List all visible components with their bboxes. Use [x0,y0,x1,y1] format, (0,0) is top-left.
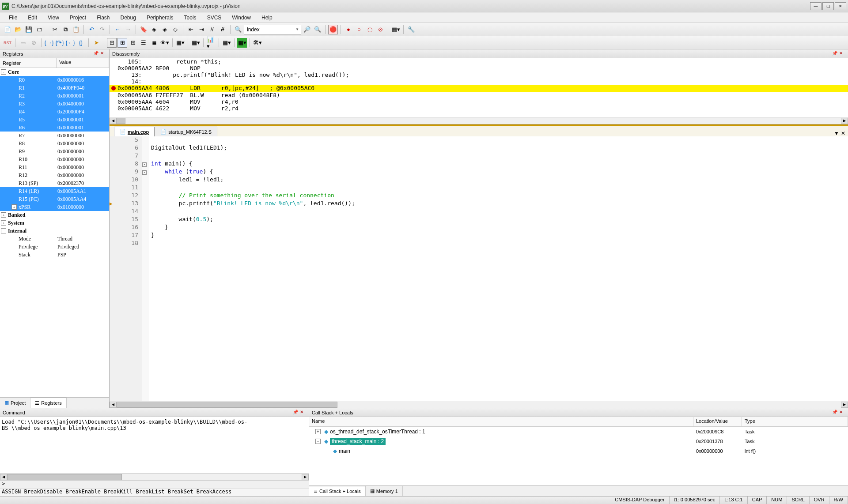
serial-window-icon[interactable]: ▦▾ [191,38,201,48]
register-row[interactable]: R13 (SP)0x20002370 [0,179,109,187]
configure-icon[interactable]: 🔧 [406,25,416,34]
code-line[interactable]: } [151,224,848,232]
window-split-icon[interactable]: ▦▾ [391,25,401,34]
watch-window-icon[interactable]: 👁▾ [160,38,170,48]
paste-icon[interactable]: 📋 [71,25,81,34]
find-icon[interactable]: 🔍 [233,25,243,34]
system-viewer-icon[interactable]: ▦▾ [237,38,247,48]
breakpoint-disable-icon[interactable]: ◌ [365,25,375,34]
disassembly-scrollbar[interactable]: ◀▶ [110,117,848,124]
code-line[interactable]: pc.printf("Blink! LED is now %d\r\n", le… [151,200,848,208]
close-button[interactable]: ✕ [835,2,846,10]
menu-edit[interactable]: Edit [23,13,42,22]
code-line[interactable] [151,240,848,248]
indent-icon[interactable]: ⇤ [186,25,196,34]
tree-toggle-icon[interactable]: + [1,220,6,226]
menu-help[interactable]: Help [256,13,278,22]
disassembly-line[interactable]: 14: [110,78,848,85]
cs-type-header[interactable]: Type [742,417,848,426]
code-line[interactable]: while (true) { [151,168,848,176]
register-row[interactable]: PrivilegePrivileged [0,243,109,251]
editor-tab[interactable]: 📄startup_MK64F12.S [155,127,217,136]
register-row[interactable]: R80x00000000 [0,139,109,147]
close-icon[interactable]: ✕ [300,410,306,416]
register-group[interactable]: -Internal [0,227,109,235]
menu-peripherals[interactable]: Peripherals [141,13,179,22]
register-row[interactable]: R60x00000001 [0,124,109,132]
tree-toggle-icon[interactable]: + [1,212,6,218]
disassembly-line[interactable]: 0x00005AA2 BF00 NOP [110,65,848,71]
cs-name-header[interactable]: Name [309,417,693,426]
callstack-row[interactable]: +◆os_thread_def_stack_osTimerThread : 10… [309,427,848,436]
memory-tab[interactable]: ▦Memory 1 [366,486,403,496]
register-group[interactable]: +Banked [0,211,109,219]
step-out-icon[interactable]: {←} [65,38,75,48]
command-output[interactable]: Load "C:\\Users\\janjon01\\Documents\\mb… [0,417,309,473]
copy-icon[interactable]: ⧉ [61,25,70,34]
pin-icon[interactable]: 📌 [832,51,838,57]
debug-icon[interactable]: 🔴 [328,25,338,34]
nav-forward-icon[interactable]: → [123,25,133,34]
editor-scrollbar[interactable]: ◀▶ [110,401,848,408]
register-row[interactable]: R100x00000000 [0,155,109,163]
undo-icon[interactable]: ↶ [87,25,96,34]
find-in-files-icon[interactable]: 🔎 [302,25,312,34]
menu-file[interactable]: File [4,13,23,22]
command-scrollbar[interactable]: ◀▶ [0,473,309,480]
uncomment-icon[interactable]: // [218,25,227,34]
memory-window-icon[interactable]: ▦▾ [175,38,185,48]
bookmark-clear-icon[interactable]: ◇ [170,25,180,34]
register-row[interactable]: R10x400FF040 [0,84,109,92]
callstack-tree[interactable]: +◆os_thread_def_stack_osTimerThread : 10… [309,427,848,485]
show-next-icon[interactable]: ➤ [91,38,101,48]
tree-toggle-icon[interactable]: - [315,439,321,444]
comment-icon[interactable]: // [207,25,217,34]
code-line[interactable]: DigitalOut led1(LED1); [151,144,848,152]
code-line[interactable]: // Print something over the serial conne… [151,192,848,200]
code-line[interactable] [151,208,848,216]
editor-body[interactable]: ▶ 56789101112131415161718 -- DigitalOut … [110,136,848,401]
pin-icon[interactable]: 📌 [93,51,99,57]
register-row[interactable]: R20x00000001 [0,92,109,100]
find-combo[interactable]: index [244,25,301,34]
menu-project[interactable]: Project [64,13,91,22]
menu-tools[interactable]: Tools [179,13,202,22]
callstack-window-icon[interactable]: ≣ [149,38,159,48]
menu-svcs[interactable]: SVCS [202,13,227,22]
disassembly-line[interactable]: 105: return *this; [110,58,848,65]
pin-icon[interactable]: 📌 [293,410,299,416]
minimize-button[interactable]: — [810,2,822,10]
breakpoint-insert-icon[interactable]: ● [344,25,353,34]
code-line[interactable] [151,136,848,144]
fold-icon[interactable]: - [142,170,147,175]
breakpoint-enable-icon[interactable]: ○ [354,25,364,34]
register-tree[interactable]: -CoreR00x00000016R10x400FF040R20x0000000… [0,68,109,397]
close-icon[interactable]: ✕ [100,51,106,57]
disassembly-line[interactable]: 0x00005AAC 4622 MOV r2,r4 [110,105,848,112]
save-all-icon[interactable]: 🗃 [34,25,44,34]
disassembly-line[interactable]: 0x00005AA4 4806 LDR r0,[pc,#24] ; @0x000… [110,85,848,92]
registers-window-icon[interactable]: ☰ [139,38,148,48]
code-line[interactable]: } [151,232,848,240]
register-row[interactable]: R15 (PC)0x00005AA4 [0,195,109,203]
redo-icon[interactable]: ↷ [97,25,107,34]
toolbox-icon[interactable]: 🛠▾ [253,38,262,48]
disassembly-line[interactable]: 0x00005AA6 F7FEFF27 BL.W read (0x000048F… [110,92,848,98]
callstack-row[interactable]: ◆main0x00000000int f() [309,446,848,456]
register-row[interactable]: +xPSR0x01000000 [0,203,109,211]
close-icon[interactable]: ✕ [839,410,845,416]
code-line[interactable] [151,152,848,160]
register-row[interactable]: R40x200000F4 [0,108,109,116]
callstack-tab[interactable]: ≣Call Stack + Locals [309,486,366,496]
analysis-window-icon[interactable]: 📊▾ [206,38,216,48]
disassembly-view[interactable]: 105: return *this;0x00005AA2 BF00 NOP 13… [110,58,848,117]
maximize-button[interactable]: ▢ [822,2,834,10]
tab-dropdown-icon[interactable]: ▼ [834,130,839,136]
incremental-find-icon[interactable]: 🔍 [313,25,322,34]
cs-location-header[interactable]: Location/Value [693,417,742,426]
register-row[interactable]: StackPSP [0,251,109,259]
registers-tab[interactable]: ☰Registers [30,398,66,408]
menu-window[interactable]: Window [227,13,256,22]
menu-flash[interactable]: Flash [91,13,115,22]
callstack-row[interactable]: -◆thread_stack_main : 20x20001378Task [309,436,848,446]
